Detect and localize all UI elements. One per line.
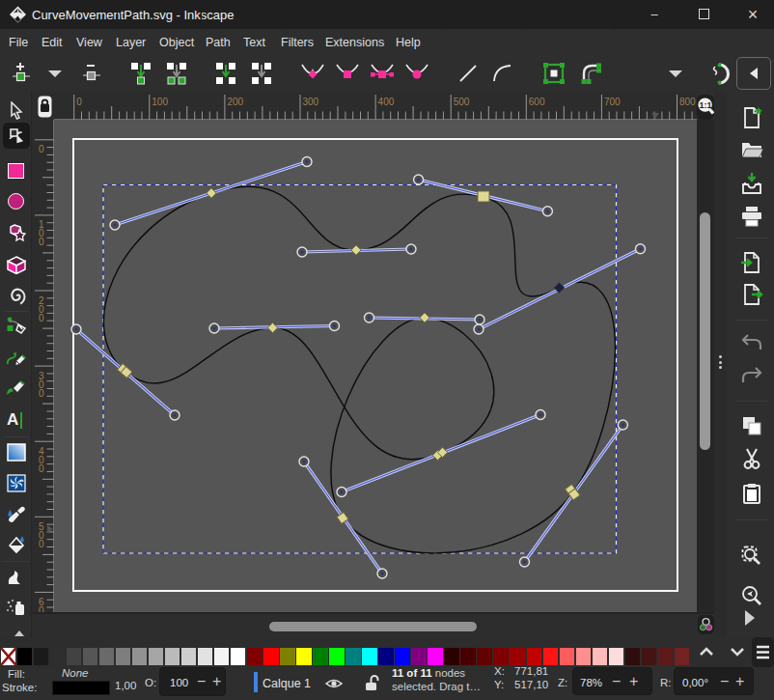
svg-text:0: 0 (39, 605, 44, 612)
svg-text:700: 700 (604, 97, 621, 107)
svg-text:600: 600 (529, 97, 545, 107)
svg-text:1:1: 1:1 (700, 100, 712, 110)
svg-text:400: 400 (378, 97, 395, 107)
svg-text:0: 0 (39, 144, 44, 154)
svg-text:0: 0 (39, 463, 44, 474)
svg-text:200: 200 (227, 97, 243, 107)
svg-text:0: 0 (76, 97, 82, 107)
svg-text:0: 0 (39, 313, 44, 323)
svg-text:0: 0 (39, 388, 44, 399)
svg-text:100: 100 (152, 97, 168, 107)
svg-text:0: 0 (39, 539, 44, 549)
svg-text:800: 800 (679, 97, 696, 107)
svg-text:300: 300 (303, 97, 319, 107)
svg-text:0: 0 (39, 237, 44, 247)
svg-text:500: 500 (454, 97, 470, 107)
